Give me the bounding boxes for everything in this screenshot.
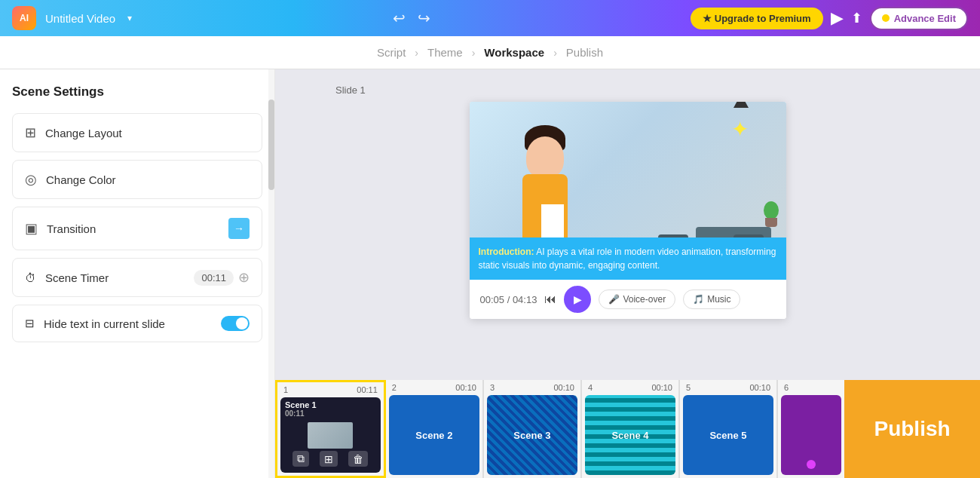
- timeline: 1 00:11 ⧉ ⊞ 🗑 Scene 1 00:11: [275, 380, 980, 478]
- skip-back-button[interactable]: ⏮: [544, 293, 556, 306]
- timeline-scene-3-thumb: Scene 3: [487, 395, 577, 475]
- timeline-scene-5[interactable]: 5 00:10 Scene 5: [680, 380, 778, 478]
- timeline-scene-6-thumb: [781, 395, 841, 475]
- content-area: Slide 1: [275, 69, 980, 478]
- upgrade-button[interactable]: ★ Upgrade to Premium: [691, 8, 822, 29]
- redo-button[interactable]: ↪: [418, 9, 430, 27]
- music-button[interactable]: 🎵 Music: [683, 290, 740, 309]
- time-display: 00:05 / 04:13: [480, 294, 537, 305]
- main-layout: Scene Settings ⊞ Change Layout ◎ Change …: [0, 69, 980, 478]
- timeline-scene-3-number: 3: [490, 383, 495, 392]
- title-dropdown-icon[interactable]: ▾: [127, 13, 132, 23]
- share-button[interactable]: ⬆: [851, 10, 862, 26]
- scene-1-tiny-preview: [308, 422, 353, 449]
- scene-timer-row: ⏱ Scene Timer 00:11 ⊕: [12, 258, 262, 297]
- timeline-scene-6[interactable]: 6: [778, 380, 844, 478]
- voiceover-button[interactable]: 🎤 Voice-over: [599, 290, 675, 309]
- timeline-scene-4-number: 4: [588, 383, 593, 392]
- scene-1-delete-button[interactable]: 🗑: [348, 451, 368, 467]
- sidebar: Scene Settings ⊞ Change Layout ◎ Change …: [0, 69, 275, 478]
- timeline-scene-3-header: 3 00:10: [484, 380, 580, 395]
- scene-timer-right: 00:11 ⊕: [194, 269, 250, 286]
- breadcrumb-theme[interactable]: Theme: [427, 46, 463, 59]
- play-pause-button[interactable]: ▶: [564, 286, 591, 313]
- change-color-option[interactable]: ◎ Change Color: [12, 160, 262, 199]
- timeline-scene-2-time: 00:10: [455, 383, 476, 392]
- change-layout-icon: ⊞: [25, 124, 36, 141]
- advance-edit-dot: [882, 14, 890, 22]
- video-scene: ✦ Introduction: AI plays a vital role in…: [470, 102, 786, 280]
- timeline-scene-5-label: Scene 5: [709, 430, 746, 441]
- publish-label: Publish: [874, 417, 950, 441]
- timeline-scene-1[interactable]: 1 00:11 ⧉ ⊞ 🗑 Scene 1 00:11: [275, 380, 386, 478]
- timeline-scene-3-time: 00:10: [553, 383, 574, 392]
- breadcrumb-publish[interactable]: Publish: [566, 46, 603, 59]
- preview-play-button[interactable]: ▶: [831, 8, 844, 28]
- timeline-scene-5-time: 00:10: [750, 383, 771, 392]
- sidebar-scroll-thumb: [268, 100, 274, 190]
- scene-1-label-group: Scene 1 00:11: [285, 400, 317, 418]
- change-layout-option[interactable]: ⊞ Change Layout: [12, 113, 262, 152]
- sidebar-title: Scene Settings: [12, 84, 262, 100]
- publish-panel[interactable]: Publish: [844, 380, 980, 478]
- breadcrumb-sep-2: ›: [472, 47, 476, 59]
- mic-icon: 🎤: [608, 294, 620, 305]
- timeline-scene-1-time: 00:11: [357, 385, 378, 394]
- undo-button[interactable]: ↩: [393, 9, 406, 27]
- sidebar-scrollbar[interactable]: [268, 69, 274, 478]
- hide-text-toggle[interactable]: [221, 316, 250, 331]
- app-header: AI Untitled Video ▾ ↩ ↪ ★ Upgrade to Pre…: [0, 0, 980, 36]
- subtitle-intro: Introduction:: [479, 247, 534, 257]
- app-logo: AI: [12, 6, 36, 30]
- slide-label: Slide 1: [335, 84, 366, 96]
- timeline-scene-2-header: 2 00:10: [386, 380, 482, 395]
- timer-plus-icon[interactable]: ⊕: [238, 269, 250, 286]
- breadcrumb-sep-1: ›: [415, 47, 418, 59]
- timeline-scene-4[interactable]: 4 00:10 Scene 4: [582, 380, 680, 478]
- timeline-scene-2[interactable]: 2 00:10 Scene 2: [386, 380, 484, 478]
- timeline-scene-4-time: 00:10: [651, 383, 672, 392]
- subtitle-bar: Introduction: AI plays a vital role in m…: [470, 237, 786, 280]
- header-center-controls: ↩ ↪: [393, 9, 430, 27]
- timeline-scene-5-thumb: Scene 5: [683, 395, 773, 475]
- timeline-scene-1-number: 1: [283, 385, 288, 394]
- hide-text-icon: ⊟: [25, 317, 35, 330]
- scene-timer-label: Scene Timer: [45, 271, 109, 284]
- change-color-label: Change Color: [46, 173, 116, 186]
- timeline-scene-1-thumb: ⧉ ⊞ 🗑 Scene 1 00:11: [280, 397, 381, 473]
- music-icon: 🎵: [693, 294, 704, 305]
- change-color-icon: ◎: [25, 171, 37, 188]
- player-controls: 00:05 / 04:13 ⏮ ▶ 🎤 Voice-over 🎵 Music: [470, 280, 786, 319]
- transition-icon: ▣: [25, 220, 38, 237]
- breadcrumb-script[interactable]: Script: [377, 46, 406, 59]
- subtitle-text: Introduction: AI plays a vital role in m…: [479, 245, 777, 272]
- timeline-scene-5-header: 5 00:10: [680, 380, 776, 395]
- project-title: Untitled Video: [45, 12, 115, 25]
- breadcrumb-workspace[interactable]: Workspace: [484, 46, 544, 59]
- timeline-scene-2-thumb: Scene 2: [389, 395, 479, 475]
- scene-1-layout-button[interactable]: ⊞: [320, 451, 338, 467]
- triangle-indicator-icon: [733, 102, 749, 108]
- timeline-scene-4-header: 4 00:10: [582, 380, 678, 395]
- scene-1-name-label: Scene 1: [285, 400, 317, 409]
- timeline-scene-4-thumb: Scene 4: [585, 395, 675, 475]
- triangle-container: [470, 102, 786, 225]
- timeline-scene-6-header: 6: [778, 380, 844, 395]
- video-container: ✦ Introduction: AI plays a vital role in…: [470, 102, 786, 319]
- scene-1-duration-label: 00:11: [285, 409, 317, 418]
- timeline-scene-4-label: Scene 4: [611, 430, 648, 441]
- breadcrumb-sep-3: ›: [553, 47, 557, 59]
- timeline-scene-1-header: 1 00:11: [277, 382, 384, 397]
- advance-edit-button[interactable]: Advance Edit: [870, 7, 968, 30]
- timeline-scene-5-number: 5: [686, 383, 691, 392]
- breadcrumb: Script › Theme › Workspace › Publish: [0, 36, 980, 69]
- transition-option[interactable]: ▣ Transition →: [12, 207, 262, 250]
- scene-1-copy-button[interactable]: ⧉: [292, 451, 309, 467]
- hide-text-label: Hide text in current slide: [44, 317, 165, 330]
- hide-text-row: ⊟ Hide text in current slide: [12, 305, 262, 342]
- timeline-scene-2-number: 2: [392, 383, 397, 392]
- timeline-scene-3[interactable]: 3 00:10 Scene 3: [484, 380, 582, 478]
- transition-arrow-badge: →: [228, 218, 250, 239]
- timeline-scene-3-label: Scene 3: [513, 430, 550, 441]
- scene-6-dot: [807, 460, 816, 469]
